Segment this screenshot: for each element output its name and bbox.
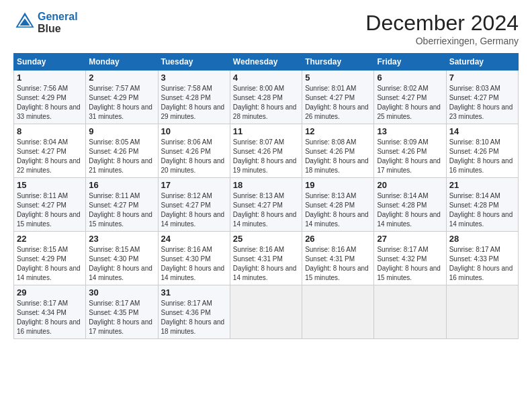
table-row: 13 Sunrise: 8:09 AM Sunset: 4:26 PM Dayl… <box>374 124 446 178</box>
day-info: Sunrise: 8:17 AM Sunset: 4:34 PM Dayligh… <box>17 299 83 336</box>
table-row: 30 Sunrise: 8:17 AM Sunset: 4:35 PM Dayl… <box>86 285 158 339</box>
day-info: Sunrise: 8:08 AM Sunset: 4:26 PM Dayligh… <box>305 138 371 175</box>
day-info: Sunrise: 7:56 AM Sunset: 4:29 PM Dayligh… <box>17 84 83 122</box>
col-thursday: Thursday <box>302 54 374 71</box>
day-info: Sunrise: 8:11 AM Sunset: 4:27 PM Dayligh… <box>89 191 154 229</box>
day-info: Sunrise: 8:14 AM Sunset: 4:28 PM Dayligh… <box>377 191 443 229</box>
table-row: 4 Sunrise: 8:00 AM Sunset: 4:28 PM Dayli… <box>230 71 302 124</box>
calendar-table: Sunday Monday Tuesday Wednesday Thursday… <box>13 53 519 339</box>
table-row: 20 Sunrise: 8:14 AM Sunset: 4:28 PM Dayl… <box>374 178 446 232</box>
table-row: 10 Sunrise: 8:06 AM Sunset: 4:26 PM Dayl… <box>158 124 230 178</box>
day-number: 5 <box>305 73 371 83</box>
logo-text-blue: Blue <box>38 23 78 35</box>
table-row: 7 Sunrise: 8:03 AM Sunset: 4:27 PM Dayli… <box>446 71 518 124</box>
day-info: Sunrise: 8:15 AM Sunset: 4:30 PM Dayligh… <box>89 245 154 283</box>
day-number: 31 <box>161 287 227 298</box>
day-number: 1 <box>17 73 83 83</box>
table-row: 15 Sunrise: 8:11 AM Sunset: 4:27 PM Dayl… <box>14 178 86 232</box>
title-block: December 2024 Oberriexingen, Germany <box>365 11 519 46</box>
day-info: Sunrise: 8:04 AM Sunset: 4:27 PM Dayligh… <box>17 138 83 175</box>
table-row <box>446 285 518 339</box>
day-info: Sunrise: 7:57 AM Sunset: 4:29 PM Dayligh… <box>89 84 154 122</box>
day-number: 4 <box>233 73 299 83</box>
calendar-week-row: 29 Sunrise: 8:17 AM Sunset: 4:34 PM Dayl… <box>14 285 519 339</box>
table-row: 11 Sunrise: 8:07 AM Sunset: 4:26 PM Dayl… <box>230 124 302 178</box>
day-number: 8 <box>17 126 83 136</box>
day-number: 2 <box>89 73 154 83</box>
logo: General Blue <box>13 11 78 34</box>
table-row: 25 Sunrise: 8:16 AM Sunset: 4:31 PM Dayl… <box>230 232 302 285</box>
day-info: Sunrise: 8:10 AM Sunset: 4:26 PM Dayligh… <box>449 138 515 175</box>
day-info: Sunrise: 8:00 AM Sunset: 4:28 PM Dayligh… <box>233 84 299 122</box>
month-title: December 2024 <box>365 11 519 36</box>
day-number: 18 <box>233 180 299 190</box>
day-info: Sunrise: 8:11 AM Sunset: 4:27 PM Dayligh… <box>17 191 83 229</box>
day-info: Sunrise: 8:07 AM Sunset: 4:26 PM Dayligh… <box>233 138 299 175</box>
day-number: 26 <box>305 234 371 244</box>
table-row: 3 Sunrise: 7:58 AM Sunset: 4:28 PM Dayli… <box>158 71 230 124</box>
table-row: 18 Sunrise: 8:13 AM Sunset: 4:27 PM Dayl… <box>230 178 302 232</box>
table-row: 29 Sunrise: 8:17 AM Sunset: 4:34 PM Dayl… <box>14 285 86 339</box>
day-info: Sunrise: 8:16 AM Sunset: 4:30 PM Dayligh… <box>161 245 227 283</box>
day-number: 17 <box>161 180 227 190</box>
calendar-week-row: 22 Sunrise: 8:15 AM Sunset: 4:29 PM Dayl… <box>14 232 519 285</box>
day-number: 12 <box>305 126 371 136</box>
day-number: 6 <box>377 73 443 83</box>
day-info: Sunrise: 8:17 AM Sunset: 4:32 PM Dayligh… <box>377 245 443 283</box>
day-number: 13 <box>377 126 443 136</box>
table-row: 22 Sunrise: 8:15 AM Sunset: 4:29 PM Dayl… <box>14 232 86 285</box>
day-number: 30 <box>89 287 154 298</box>
table-row: 21 Sunrise: 8:14 AM Sunset: 4:28 PM Dayl… <box>446 178 518 232</box>
table-row: 23 Sunrise: 8:15 AM Sunset: 4:30 PM Dayl… <box>86 232 158 285</box>
calendar-week-row: 8 Sunrise: 8:04 AM Sunset: 4:27 PM Dayli… <box>14 124 519 178</box>
day-number: 27 <box>377 234 443 244</box>
day-info: Sunrise: 8:05 AM Sunset: 4:26 PM Dayligh… <box>89 138 154 175</box>
day-number: 21 <box>449 180 515 190</box>
page-header: General Blue December 2024 Oberriexingen… <box>13 11 519 46</box>
day-info: Sunrise: 8:03 AM Sunset: 4:27 PM Dayligh… <box>449 84 515 122</box>
day-number: 15 <box>17 180 83 190</box>
table-row: 28 Sunrise: 8:17 AM Sunset: 4:33 PM Dayl… <box>446 232 518 285</box>
table-row: 2 Sunrise: 7:57 AM Sunset: 4:29 PM Dayli… <box>86 71 158 124</box>
day-number: 24 <box>161 234 227 244</box>
col-friday: Friday <box>374 54 446 71</box>
table-row <box>302 285 374 339</box>
table-row: 8 Sunrise: 8:04 AM Sunset: 4:27 PM Dayli… <box>14 124 86 178</box>
day-number: 28 <box>449 234 515 244</box>
day-number: 3 <box>161 73 227 83</box>
day-number: 19 <box>305 180 371 190</box>
day-info: Sunrise: 8:15 AM Sunset: 4:29 PM Dayligh… <box>17 245 83 283</box>
day-number: 9 <box>89 126 154 136</box>
day-info: Sunrise: 8:17 AM Sunset: 4:36 PM Dayligh… <box>161 299 227 336</box>
col-wednesday: Wednesday <box>230 54 302 71</box>
table-row: 27 Sunrise: 8:17 AM Sunset: 4:32 PM Dayl… <box>374 232 446 285</box>
table-row <box>230 285 302 339</box>
day-info: Sunrise: 8:14 AM Sunset: 4:28 PM Dayligh… <box>449 191 515 229</box>
day-number: 29 <box>17 287 83 298</box>
table-row: 24 Sunrise: 8:16 AM Sunset: 4:30 PM Dayl… <box>158 232 230 285</box>
table-row: 12 Sunrise: 8:08 AM Sunset: 4:26 PM Dayl… <box>302 124 374 178</box>
table-row: 14 Sunrise: 8:10 AM Sunset: 4:26 PM Dayl… <box>446 124 518 178</box>
table-row: 1 Sunrise: 7:56 AM Sunset: 4:29 PM Dayli… <box>14 71 86 124</box>
day-info: Sunrise: 8:02 AM Sunset: 4:27 PM Dayligh… <box>377 84 443 122</box>
table-row: 26 Sunrise: 8:16 AM Sunset: 4:31 PM Dayl… <box>302 232 374 285</box>
day-number: 23 <box>89 234 154 244</box>
table-row: 9 Sunrise: 8:05 AM Sunset: 4:26 PM Dayli… <box>86 124 158 178</box>
day-info: Sunrise: 8:17 AM Sunset: 4:35 PM Dayligh… <box>89 299 154 336</box>
location-subtitle: Oberriexingen, Germany <box>365 36 519 46</box>
day-info: Sunrise: 8:13 AM Sunset: 4:27 PM Dayligh… <box>233 191 299 229</box>
day-info: Sunrise: 8:16 AM Sunset: 4:31 PM Dayligh… <box>305 245 371 283</box>
logo-icon <box>15 10 35 30</box>
day-number: 11 <box>233 126 299 136</box>
table-row: 31 Sunrise: 8:17 AM Sunset: 4:36 PM Dayl… <box>158 285 230 339</box>
page-container: General Blue December 2024 Oberriexingen… <box>0 0 532 346</box>
day-number: 16 <box>89 180 154 190</box>
table-row: 17 Sunrise: 8:12 AM Sunset: 4:27 PM Dayl… <box>158 178 230 232</box>
day-info: Sunrise: 8:17 AM Sunset: 4:33 PM Dayligh… <box>449 245 515 283</box>
day-number: 20 <box>377 180 443 190</box>
col-saturday: Saturday <box>446 54 518 71</box>
calendar-week-row: 1 Sunrise: 7:56 AM Sunset: 4:29 PM Dayli… <box>14 71 519 124</box>
day-info: Sunrise: 7:58 AM Sunset: 4:28 PM Dayligh… <box>161 84 227 122</box>
day-number: 7 <box>449 73 515 83</box>
day-info: Sunrise: 8:01 AM Sunset: 4:27 PM Dayligh… <box>305 84 371 122</box>
